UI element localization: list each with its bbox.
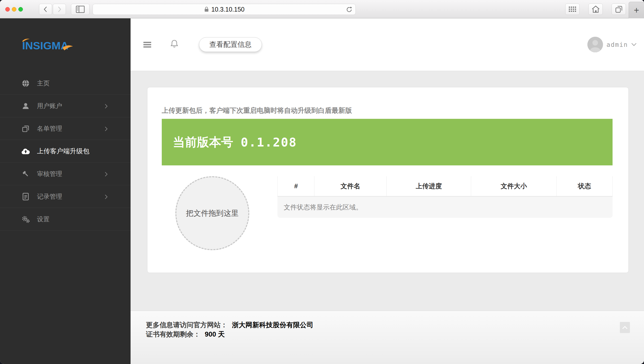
toolbar-right-buttons (565, 4, 626, 15)
close-window-button[interactable] (5, 7, 10, 12)
table-header-row: # 文件名 上传进度 文件大小 状态 (278, 176, 613, 196)
chevron-right-icon (104, 194, 108, 201)
copy-icon (21, 125, 30, 133)
sidebar: INSIGMA 主页 用户账户 (0, 18, 131, 364)
user-icon (21, 102, 30, 110)
back-button[interactable] (39, 4, 52, 15)
version-banner: 当前版本号 0.1.208 (162, 119, 613, 165)
footer: 更多信息请访问官方网站：浙大网新科技股份有限公司 证书有效期剩余：900 天 (131, 311, 644, 364)
avatar (587, 37, 603, 52)
sidebar-item-user-accounts[interactable]: 用户账户 (0, 95, 131, 117)
col-header-index: # (278, 176, 314, 196)
top-sites-button[interactable] (565, 4, 580, 15)
col-header-filesize: 文件大小 (471, 176, 556, 196)
sidebar-item-home[interactable]: 主页 (0, 72, 131, 95)
gavel-icon (21, 170, 30, 178)
hamburger-menu-icon[interactable] (143, 41, 151, 49)
version-label: 当前版本号 (173, 134, 233, 150)
file-text-icon (21, 193, 30, 201)
notifications-bell-icon[interactable] (170, 39, 179, 50)
sidebar-menu: 主页 用户账户 名单管理 (0, 72, 131, 231)
globe-icon (21, 79, 30, 87)
sidebar-item-list-management[interactable]: 名单管理 (0, 117, 131, 140)
chevron-up-icon (622, 325, 628, 330)
home-icon (591, 5, 600, 13)
sidebar-item-label: 审核管理 (37, 170, 62, 178)
col-header-filename: 文件名 (314, 176, 386, 196)
sidebar-panel-icon (76, 6, 85, 13)
sidebar-item-record-management[interactable]: 记录管理 (0, 185, 131, 208)
sidebar-item-label: 用户账户 (37, 102, 62, 110)
scroll-top-button[interactable] (620, 322, 630, 333)
forward-button[interactable] (53, 4, 66, 15)
upload-card: 上传更新包后，客户端下次重启电脑时将自动升级到白盾最新版 当前版本号 0.1.2… (147, 87, 629, 273)
main-area: 上传更新包后，客户端下次重启电脑时将自动升级到白盾最新版 当前版本号 0.1.2… (131, 71, 644, 311)
chevron-down-icon (631, 43, 637, 47)
dropzone-label: 把文件拖到这里 (186, 208, 239, 219)
file-dropzone[interactable]: 把文件拖到这里 (175, 176, 249, 250)
sidebar-item-label: 主页 (37, 79, 50, 87)
content-area: 查看配置信息 admin 上传更新包后，客户端下次重启电脑时将自动升级到白盾最新… (131, 18, 644, 364)
sidebar-item-label: 设置 (37, 215, 50, 223)
col-header-status: 状态 (556, 176, 612, 196)
sidebar-item-label: 上传客户端升级包 (37, 147, 89, 156)
footer-website-value: 浙大网新科技股份有限公司 (232, 321, 313, 329)
footer-cert-value: 900 天 (205, 331, 225, 338)
url-text: 10.3.10.150 (211, 6, 245, 13)
insigma-logo: INSIGMA (0, 18, 131, 72)
minimize-window-button[interactable] (12, 7, 16, 12)
sidebar-item-audit-management[interactable]: 审核管理 (0, 163, 131, 185)
footer-website-line: 更多信息请访问官方网站：浙大网新科技股份有限公司 (146, 320, 644, 330)
sidebar-item-settings[interactable]: 设置 (0, 208, 131, 231)
chevron-right-icon (104, 171, 108, 178)
chevron-right-icon (104, 103, 108, 110)
browser-window: 10.3.10.150 (0, 0, 644, 364)
footer-website-label: 更多信息请访问官方网站： (146, 321, 227, 329)
zoom-window-button[interactable] (18, 7, 23, 12)
user-menu[interactable]: admin (587, 37, 637, 52)
topbar: 查看配置信息 admin (131, 18, 644, 71)
sidebar-item-label: 名单管理 (37, 124, 62, 133)
view-config-button[interactable]: 查看配置信息 (199, 37, 262, 52)
address-bar[interactable]: 10.3.10.150 (93, 4, 356, 15)
chevron-right-icon (56, 6, 62, 13)
sidebar-toggle-button[interactable] (71, 4, 90, 15)
browser-toolbar: 10.3.10.150 (0, 0, 644, 18)
grid-icon (569, 7, 576, 12)
footer-cert-line: 证书有效期剩余：900 天 (146, 330, 644, 339)
upload-row: 把文件拖到这里 # 文件名 上传进度 (162, 176, 613, 250)
home-button[interactable] (588, 4, 603, 15)
refresh-icon (345, 6, 353, 13)
col-header-progress: 上传进度 (386, 176, 471, 196)
chevron-left-icon (43, 6, 49, 13)
lock-icon (204, 6, 209, 13)
chevron-right-icon (104, 126, 108, 133)
gears-icon (21, 215, 30, 223)
app-root: INSIGMA 主页 用户账户 (0, 18, 644, 364)
plus-icon: + (634, 5, 639, 16)
refresh-button[interactable] (345, 6, 353, 14)
username-text: admin (607, 41, 628, 48)
upload-table: # 文件名 上传进度 文件大小 状态 文件状态将显示在此区域。 (277, 176, 613, 218)
footer-cert-label: 证书有效期剩余： (146, 331, 200, 338)
sidebar-item-label: 记录管理 (37, 192, 62, 201)
tabs-icon (615, 5, 623, 13)
version-value: 0.1.208 (241, 135, 297, 149)
new-tab-button[interactable]: + (629, 2, 644, 18)
svg-text:INSIGMA: INSIGMA (22, 40, 68, 52)
tab-overview-button[interactable] (612, 4, 626, 15)
upgrade-notice-text: 上传更新包后，客户端下次重启电脑时将自动升级到白盾最新版 (162, 87, 613, 115)
nav-buttons (39, 4, 66, 15)
table-empty-message: 文件状态将显示在此区域。 (277, 197, 613, 218)
window-controls (5, 7, 23, 12)
cloud-upload-icon (21, 148, 30, 155)
sidebar-item-upload-client-package[interactable]: 上传客户端升级包 (0, 140, 131, 163)
